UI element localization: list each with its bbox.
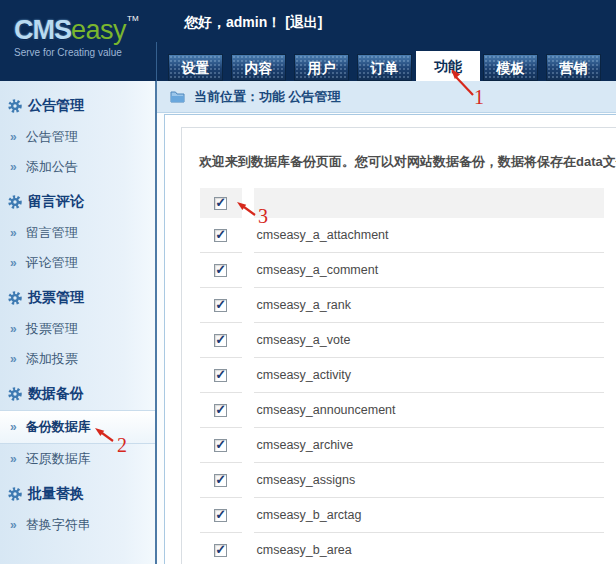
sidebar-divider (155, 81, 157, 564)
sidebar-section-vote-mgmt[interactable]: 投票管理 (0, 282, 155, 314)
table-row: cmseasy_a_attachment (200, 218, 604, 253)
left-sidebar: 公告管理 » 公告管理 » 添加公告 留言评论 » 留言管理 » 评论管理 投票… (0, 81, 155, 564)
table-header-name-cell (254, 188, 604, 218)
table-name: cmseasy_b_area (254, 533, 604, 564)
row-checkbox[interactable] (214, 334, 227, 347)
chevron-right-icon: » (10, 420, 17, 434)
tab-features[interactable]: 功能 (416, 51, 480, 81)
row-checkbox[interactable] (214, 264, 227, 277)
sidebar-item-label: 公告管理 (26, 128, 78, 146)
row-checkbox[interactable] (214, 544, 227, 557)
gear-icon (8, 291, 22, 305)
cmseasy-logo: CMSeasyTM Serve for Creating value (14, 15, 139, 58)
user-greeting: 您好，admin！ [退出] (184, 14, 322, 32)
row-checkbox[interactable] (214, 299, 227, 312)
table-name: cmseasy_a_rank (254, 288, 604, 323)
sidebar-item-add-vote[interactable]: » 添加投票 (0, 344, 155, 374)
main-nav-tabbar: 设置 内容 用户 订单 功能 模板 营销 (168, 51, 609, 81)
table-name: cmseasy_a_vote (254, 323, 604, 358)
greeting-suffix: ！ (267, 14, 281, 30)
database-tables-list: cmseasy_a_attachment cmseasy_a_comment c… (188, 188, 616, 564)
sidebar-item-label: 留言管理 (26, 224, 78, 242)
sidebar-item-label: 替换字符串 (26, 516, 91, 534)
sidebar-section-message-comment[interactable]: 留言评论 (0, 186, 155, 218)
sidebar-item-vote-mgmt[interactable]: » 投票管理 (0, 314, 155, 344)
row-checkbox[interactable] (214, 369, 227, 382)
tab-templates[interactable]: 模板 (483, 54, 538, 81)
sidebar-section-label: 数据备份 (28, 385, 84, 403)
sidebar-section-label: 公告管理 (28, 97, 84, 115)
tab-marketing[interactable]: 营销 (546, 54, 601, 81)
sidebar-item-backup-database[interactable]: » 备份数据库 (0, 410, 155, 444)
gear-icon (8, 195, 22, 209)
logo-tagline: Serve for Creating value (14, 48, 139, 58)
tab-users[interactable]: 用户 (294, 54, 349, 81)
greeting-username: admin (226, 14, 267, 30)
table-name: cmseasy_a_comment (254, 253, 604, 288)
sidebar-item-label: 备份数据库 (26, 418, 91, 436)
table-name: cmseasy_archive (254, 428, 604, 463)
sidebar-section-label: 批量替换 (28, 485, 84, 503)
row-checkbox[interactable] (214, 229, 227, 242)
greeting-prefix: 您好， (184, 14, 226, 30)
logo-trademark: TM (127, 14, 139, 23)
sidebar-item-add-announcement[interactable]: » 添加公告 (0, 152, 155, 182)
folder-icon (170, 90, 185, 103)
sidebar-item-announcement-mgmt[interactable]: » 公告管理 (0, 122, 155, 152)
row-checkbox[interactable] (214, 404, 227, 417)
table-row: cmseasy_b_arctag (200, 498, 604, 533)
table-name: cmseasy_activity (254, 358, 604, 393)
sidebar-section-label: 留言评论 (28, 193, 84, 211)
select-all-checkbox[interactable] (214, 197, 227, 210)
gear-icon (8, 99, 22, 113)
gear-icon (8, 487, 22, 501)
chevron-right-icon: » (10, 256, 17, 270)
gear-icon (8, 387, 22, 401)
logo-easy-text: easy (71, 15, 126, 45)
table-row: cmseasy_assigns (200, 463, 604, 498)
sidebar-item-restore-database[interactable]: » 还原数据库 (0, 444, 155, 474)
sidebar-item-label: 添加投票 (26, 350, 78, 368)
table-row: cmseasy_announcement (200, 393, 604, 428)
chevron-right-icon: » (10, 160, 17, 174)
row-checkbox[interactable] (214, 474, 227, 487)
chevron-right-icon: » (10, 452, 17, 466)
sidebar-section-data-backup[interactable]: 数据备份 (0, 378, 155, 410)
breadcrumb-label: 当前位置：功能 公告管理 (194, 88, 341, 106)
chevron-right-icon: » (10, 518, 17, 532)
sidebar-section-label: 投票管理 (28, 289, 84, 307)
table-row: cmseasy_b_area (200, 533, 604, 564)
sidebar-item-label: 投票管理 (26, 320, 78, 338)
table-row: cmseasy_a_vote (200, 323, 604, 358)
sidebar-item-message-mgmt[interactable]: » 留言管理 (0, 218, 155, 248)
tab-settings[interactable]: 设置 (168, 54, 223, 81)
sidebar-section-announcement-mgmt[interactable]: 公告管理 (0, 90, 155, 122)
welcome-message: 欢迎来到数据库备份页面。您可以对网站数据备份，数据将保存在data文件夹中 (199, 153, 616, 171)
table-name: cmseasy_a_attachment (254, 218, 604, 253)
breadcrumb: 当前位置：功能 公告管理 (157, 81, 616, 113)
table-name: cmseasy_b_arctag (254, 498, 604, 533)
tab-orders[interactable]: 订单 (357, 54, 412, 81)
tab-content[interactable]: 内容 (231, 54, 286, 81)
sidebar-item-replace-string[interactable]: » 替换字符串 (0, 510, 155, 540)
table-name: cmseasy_announcement (254, 393, 604, 428)
top-header: CMSeasyTM Serve for Creating value 您好，ad… (0, 0, 616, 81)
logout-link[interactable]: [退出] (285, 14, 322, 30)
header-divider (156, 42, 157, 81)
table-row: cmseasy_activity (200, 358, 604, 393)
sidebar-item-comment-mgmt[interactable]: » 评论管理 (0, 248, 155, 278)
chevron-right-icon: » (10, 352, 17, 366)
chevron-right-icon: » (10, 322, 17, 336)
row-checkbox[interactable] (214, 509, 227, 522)
sidebar-item-label: 还原数据库 (26, 450, 91, 468)
table-header-row (200, 188, 604, 218)
row-checkbox[interactable] (214, 439, 227, 452)
logo-cms-text: CMS (14, 15, 71, 45)
sidebar-section-batch-replace[interactable]: 批量替换 (0, 478, 155, 510)
table-row: cmseasy_a_comment (200, 253, 604, 288)
sidebar-item-label: 评论管理 (26, 254, 78, 272)
sidebar-item-label: 添加公告 (26, 158, 78, 176)
table-name: cmseasy_assigns (254, 463, 604, 498)
table-row: cmseasy_a_rank (200, 288, 604, 323)
table-row: cmseasy_archive (200, 428, 604, 463)
